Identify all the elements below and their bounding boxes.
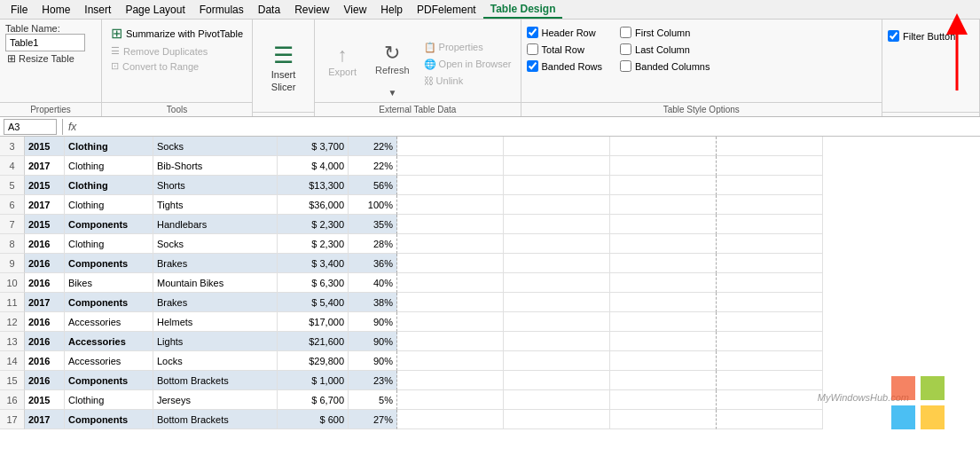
cell-empty-1[interactable] <box>397 273 504 293</box>
cell-empty-2[interactable] <box>504 234 610 254</box>
cell-empty-1[interactable] <box>397 410 504 429</box>
cell-amount[interactable]: $ 2,300 <box>278 234 349 254</box>
menu-view[interactable]: View <box>337 2 374 18</box>
cell-percent[interactable]: 40% <box>349 273 397 293</box>
cell-year[interactable]: 2017 <box>25 293 65 312</box>
cell-category[interactable]: Components <box>65 215 153 234</box>
cell-category[interactable]: Components <box>65 410 153 429</box>
resize-table-button[interactable]: ⊞ Resize Table <box>5 51 96 66</box>
banded-columns-checkbox[interactable] <box>620 60 631 72</box>
cell-year[interactable]: 2016 <box>25 254 65 273</box>
cell-category[interactable]: Components <box>65 254 153 273</box>
cell-amount[interactable]: $ 600 <box>278 410 349 429</box>
cell-empty-1[interactable] <box>397 390 504 410</box>
cell-empty-2[interactable] <box>504 410 610 429</box>
last-column-checkbox[interactable] <box>620 43 631 55</box>
cell-empty-2[interactable] <box>504 273 610 293</box>
cell-empty-1[interactable] <box>397 254 504 273</box>
open-browser-button[interactable]: 🌐 Open in Browser <box>420 57 515 72</box>
last-column-checkbox-row[interactable]: Last Column <box>620 43 710 55</box>
cell-empty-4[interactable] <box>717 332 823 351</box>
cell-amount[interactable]: $ 6,300 <box>278 273 349 293</box>
cell-empty-2[interactable] <box>504 312 610 332</box>
cell-empty-1[interactable] <box>397 156 504 176</box>
cell-category[interactable]: Clothing <box>65 176 153 195</box>
menu-help[interactable]: Help <box>373 2 410 18</box>
first-column-checkbox-row[interactable]: First Column <box>620 27 710 38</box>
cell-percent[interactable]: 22% <box>349 137 397 156</box>
cell-empty-4[interactable] <box>717 410 823 429</box>
cell-year[interactable]: 2015 <box>25 215 65 234</box>
cell-empty-3[interactable] <box>610 195 717 215</box>
menu-page-layout[interactable]: Page Layout <box>118 2 192 18</box>
cell-year[interactable]: 2016 <box>25 332 65 351</box>
cell-empty-2[interactable] <box>504 371 610 390</box>
cell-amount[interactable]: $21,600 <box>278 332 349 351</box>
insert-slicer-button[interactable]: ☰ InsertSlicer <box>259 32 308 103</box>
cell-empty-3[interactable] <box>610 312 717 332</box>
cell-percent[interactable]: 23% <box>349 371 397 390</box>
cell-empty-1[interactable] <box>397 351 504 371</box>
cell-amount[interactable]: $13,300 <box>278 176 349 195</box>
header-row-checkbox-row[interactable]: Header Row <box>527 27 603 38</box>
cell-year[interactable]: 2016 <box>25 312 65 332</box>
cell-percent[interactable]: 90% <box>349 312 397 332</box>
cell-empty-3[interactable] <box>610 293 717 312</box>
table-name-input[interactable] <box>5 34 85 51</box>
cell-empty-3[interactable] <box>610 390 717 410</box>
cell-category[interactable]: Accessories <box>65 312 153 332</box>
cell-empty-4[interactable] <box>717 273 823 293</box>
cell-empty-4[interactable] <box>717 254 823 273</box>
cell-year[interactable]: 2015 <box>25 390 65 410</box>
cell-category[interactable]: Clothing <box>65 234 153 254</box>
cell-percent[interactable]: 28% <box>349 234 397 254</box>
cell-empty-3[interactable] <box>610 410 717 429</box>
cell-empty-4[interactable] <box>717 234 823 254</box>
cell-year[interactable]: 2016 <box>25 273 65 293</box>
cell-product[interactable]: Bib-Shorts <box>153 156 278 176</box>
cell-empty-3[interactable] <box>610 215 717 234</box>
cell-empty-3[interactable] <box>610 332 717 351</box>
cell-year[interactable]: 2016 <box>25 371 65 390</box>
banded-rows-checkbox[interactable] <box>527 60 538 72</box>
cell-empty-2[interactable] <box>504 156 610 176</box>
cell-amount[interactable]: $17,000 <box>278 312 349 332</box>
menu-home[interactable]: Home <box>35 2 77 18</box>
cell-product[interactable]: Mountain Bikes <box>153 273 278 293</box>
cell-amount[interactable]: $36,000 <box>278 195 349 215</box>
menu-data[interactable]: Data <box>251 2 287 18</box>
cell-category[interactable]: Components <box>65 293 153 312</box>
cell-empty-4[interactable] <box>717 195 823 215</box>
formula-input[interactable] <box>83 119 976 135</box>
properties-button[interactable]: 📋 Properties <box>420 40 515 55</box>
cell-empty-3[interactable] <box>610 137 717 156</box>
cell-empty-3[interactable] <box>610 234 717 254</box>
cell-percent[interactable]: 22% <box>349 156 397 176</box>
cell-product[interactable]: Bottom Brackets <box>153 371 278 390</box>
cell-product[interactable]: Brakes <box>153 293 278 312</box>
cell-product[interactable]: Tights <box>153 195 278 215</box>
cell-percent[interactable]: 90% <box>349 332 397 351</box>
cell-empty-4[interactable] <box>717 156 823 176</box>
cell-year[interactable]: 2017 <box>25 156 65 176</box>
cell-category[interactable]: Accessories <box>65 351 153 371</box>
cell-empty-1[interactable] <box>397 137 504 156</box>
cell-amount[interactable]: $ 1,000 <box>278 371 349 390</box>
cell-percent[interactable]: 38% <box>349 293 397 312</box>
cell-category[interactable]: Bikes <box>65 273 153 293</box>
cell-year[interactable]: 2015 <box>25 176 65 195</box>
menu-file[interactable]: File <box>4 2 35 18</box>
total-row-checkbox[interactable] <box>527 43 538 55</box>
cell-empty-4[interactable] <box>717 351 823 371</box>
banded-rows-checkbox-row[interactable]: Banded Rows <box>527 60 603 72</box>
convert-to-range-button[interactable]: ⊡ Convert to Range <box>107 59 247 74</box>
cell-empty-2[interactable] <box>504 390 610 410</box>
remove-duplicates-button[interactable]: ☰ Remove Duplicates <box>107 43 247 59</box>
cell-empty-3[interactable] <box>610 156 717 176</box>
cell-percent[interactable]: 90% <box>349 351 397 371</box>
cell-product[interactable]: Bottom Brackets <box>153 410 278 429</box>
name-box[interactable] <box>4 119 57 135</box>
cell-category[interactable]: Clothing <box>65 195 153 215</box>
cell-empty-2[interactable] <box>504 137 610 156</box>
cell-year[interactable]: 2016 <box>25 234 65 254</box>
